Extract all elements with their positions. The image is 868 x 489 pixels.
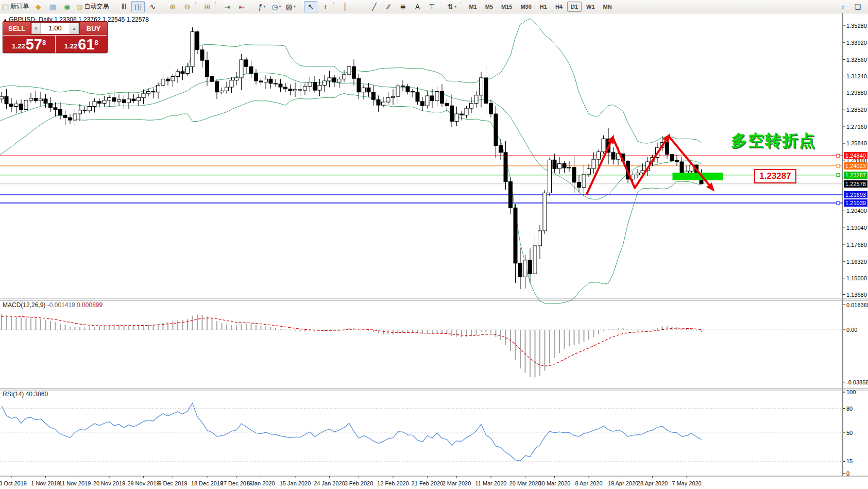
templates-icon: ▨ bbox=[286, 3, 293, 10]
chat-button[interactable]: ❏ bbox=[851, 1, 864, 12]
date-label: 11 Nov 2019 bbox=[59, 480, 91, 486]
main-chart-svg[interactable] bbox=[0, 0, 868, 489]
bollinger-bands bbox=[0, 19, 702, 303]
sell-price-base: 1.22 bbox=[12, 41, 25, 52]
date-label: 29 Nov 2019 bbox=[127, 480, 159, 486]
price-callout-label[interactable]: 1.23287 bbox=[754, 169, 796, 183]
toolbar-separator bbox=[215, 2, 218, 11]
macd-tick-label: 0.018369 bbox=[846, 302, 868, 308]
date-label: 15 Jan 2020 bbox=[280, 480, 311, 486]
sell-price[interactable]: 1.22 57 8 bbox=[3, 36, 55, 53]
auto-scroll-button[interactable]: ⇥ bbox=[220, 1, 234, 12]
chart-shift-icon: ⇤ bbox=[239, 3, 245, 10]
bar-chart-button[interactable]: ǁǀ bbox=[117, 1, 130, 12]
panel-frame bbox=[0, 13, 868, 478]
macd-signal-value: 0.000899 bbox=[77, 301, 103, 309]
volume-decrease-button[interactable]: ▼ bbox=[31, 23, 41, 34]
autotrade-label: 自动交易 bbox=[84, 2, 109, 11]
date-label: 6 Jan 2020 bbox=[247, 480, 275, 486]
toolbar-separator bbox=[299, 2, 301, 11]
date-label: 19 Apr 2020 bbox=[608, 480, 638, 486]
macd-indicator bbox=[0, 314, 843, 377]
turning-point-annotation[interactable]: 多空转折点 bbox=[731, 130, 816, 151]
date-label: 30 Mar 2020 bbox=[539, 480, 571, 486]
price-tick-label: 1.27160 bbox=[846, 124, 867, 130]
search-icon: ⌕ bbox=[841, 3, 845, 10]
chart-profile-button[interactable]: ◆ bbox=[31, 1, 45, 12]
vertical-line-icon: │ bbox=[343, 3, 348, 10]
arrange-symbols-button[interactable]: ⇅▾ bbox=[445, 1, 458, 12]
one-click-trading-panel: SELL ▼ 1.00 ▲ BUY 1.22 57 8 1.22 61 8 bbox=[3, 21, 108, 53]
date-label: 23 Oct 2019 bbox=[0, 480, 27, 486]
volume-stepper: ▼ 1.00 ▲ bbox=[31, 22, 79, 35]
timeframe-m30-button[interactable]: M30 bbox=[517, 2, 535, 12]
timeframe-h4-button[interactable]: H4 bbox=[552, 2, 566, 12]
buy-button[interactable]: BUY bbox=[80, 22, 107, 35]
crosshair-button[interactable]: + bbox=[318, 1, 332, 12]
timeframe-m15-button[interactable]: M15 bbox=[498, 2, 516, 12]
text-label-button[interactable]: ⊤ bbox=[425, 1, 438, 12]
toolbar: ▤新订单◆▦◉◍自动交易ǁǀ◫∿⊕⊖⊞⇥⇤ƒ▾◷▾▨▾↖+│─╱∕∕≣A⊤⇅▾M… bbox=[0, 0, 868, 13]
cursor-button[interactable]: ↖ bbox=[304, 1, 317, 12]
toolbar-separator bbox=[161, 2, 163, 11]
horizontal-line-button[interactable]: ─ bbox=[353, 1, 366, 12]
price-tick-label: 1.15000 bbox=[846, 275, 867, 281]
macd-tick-label: -0.038585 bbox=[846, 379, 868, 385]
price-tick-label: 1.17680 bbox=[846, 242, 867, 248]
search-button[interactable]: ⌕ bbox=[837, 1, 850, 12]
text-label-icon: ⊤ bbox=[429, 3, 435, 10]
new-order-button[interactable]: ▤新订单 bbox=[1, 1, 30, 12]
timeframe-h1-button[interactable]: H1 bbox=[536, 2, 551, 12]
sell-button[interactable]: SELL bbox=[3, 22, 30, 35]
periods-button[interactable]: ◷▾ bbox=[269, 1, 283, 12]
add-indicator-icon: ƒ bbox=[259, 3, 263, 10]
sell-price-pip: 8 bbox=[42, 39, 46, 46]
price-tick-label: 1.20400 bbox=[846, 208, 867, 214]
equidistant-channel-button[interactable]: ∕∕ bbox=[382, 1, 395, 12]
templates-button[interactable]: ▨▾ bbox=[284, 1, 297, 12]
toolbar-separator bbox=[112, 2, 114, 11]
sell-price-main: 57 bbox=[26, 38, 42, 52]
add-indicator-button[interactable]: ƒ▾ bbox=[255, 1, 268, 12]
signal-button[interactable]: ◉ bbox=[60, 1, 74, 12]
rsi-label: RSI(14) 40.3860 bbox=[3, 391, 48, 398]
new-order-label: 新订单 bbox=[10, 2, 29, 11]
timeframe-mn-button[interactable]: MN bbox=[600, 2, 616, 12]
timeframe-m1-button[interactable]: M1 bbox=[465, 2, 480, 12]
fibonacci-button[interactable]: ≣ bbox=[396, 1, 410, 12]
date-label: 12 Feb 2020 bbox=[377, 480, 409, 486]
volume-increase-button[interactable]: ▲ bbox=[70, 23, 79, 34]
zoom-in-button[interactable]: ⊕ bbox=[166, 1, 179, 12]
chart-shift-button[interactable]: ⇤ bbox=[235, 1, 248, 12]
bar-chart-icon: ǁǀ bbox=[122, 3, 126, 10]
signal-icon: ◉ bbox=[64, 3, 70, 10]
volume-value[interactable]: 1.00 bbox=[41, 23, 70, 34]
price-badge: 1.23287 bbox=[844, 172, 867, 179]
buy-price[interactable]: 1.22 61 8 bbox=[56, 36, 108, 53]
candlestick-chart-button[interactable]: ◫ bbox=[131, 1, 145, 12]
autotrade-button[interactable]: ◍自动交易 bbox=[75, 1, 110, 12]
tile-windows-button[interactable]: ⊞ bbox=[200, 1, 214, 12]
zoom-out-button[interactable]: ⊖ bbox=[180, 1, 194, 12]
timeframe-m5-button[interactable]: M5 bbox=[482, 2, 497, 12]
vertical-line-button[interactable]: │ bbox=[338, 1, 352, 12]
date-label: 3 Feb 2020 bbox=[345, 480, 373, 486]
chevron-down-icon: ▾ bbox=[294, 4, 296, 9]
highlight-zone[interactable] bbox=[672, 173, 723, 180]
market-watch-button[interactable]: ▦ bbox=[46, 1, 59, 12]
buy-price-base: 1.22 bbox=[64, 41, 77, 52]
date-label: 9 Dec 2019 bbox=[158, 480, 187, 486]
price-tick-label: 1.13680 bbox=[846, 292, 867, 298]
rsi-line bbox=[2, 403, 702, 461]
crosshair-icon: + bbox=[323, 3, 327, 10]
price-tick-label: 1.29880 bbox=[846, 90, 867, 96]
fibonacci-icon: ≣ bbox=[400, 3, 406, 10]
line-chart-button[interactable]: ∿ bbox=[146, 1, 159, 12]
chevron-down-icon: ▾ bbox=[263, 4, 265, 9]
price-badge: 1.21039 bbox=[844, 199, 867, 207]
timeframe-w1-button[interactable]: W1 bbox=[583, 2, 599, 12]
text-button[interactable]: A bbox=[411, 1, 424, 12]
price-badge: 1.22578 bbox=[844, 180, 867, 188]
timeframe-d1-button[interactable]: D1 bbox=[567, 2, 582, 12]
trendline-button[interactable]: ╱ bbox=[367, 1, 381, 12]
